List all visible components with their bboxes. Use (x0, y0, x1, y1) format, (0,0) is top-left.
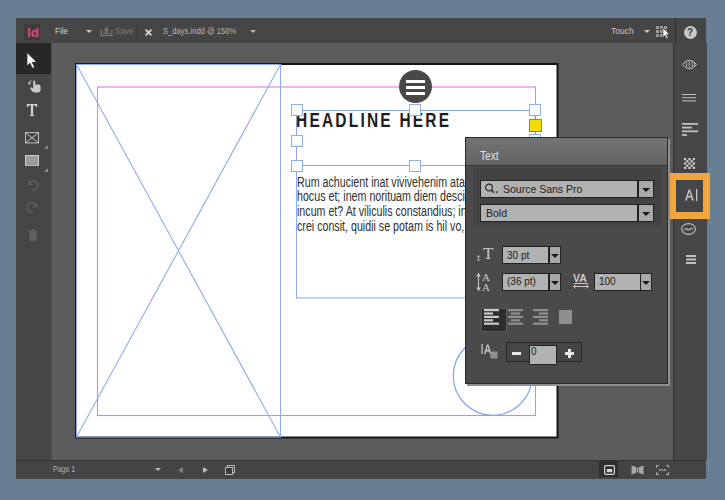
svg-text:VA: VA (573, 273, 587, 284)
svg-text:A: A (482, 281, 490, 292)
